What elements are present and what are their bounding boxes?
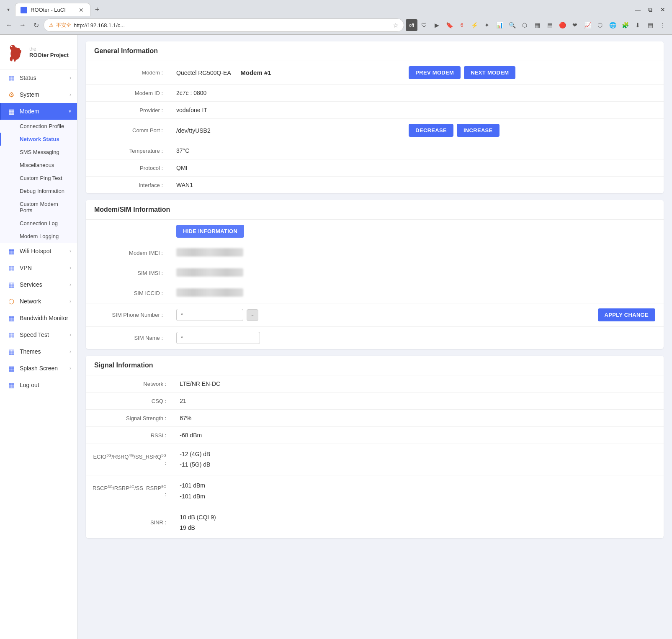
- modem-id-value: 2c7c : 0800: [170, 85, 664, 102]
- subnav-item-custom-modem-ports[interactable]: Custom Modem Ports: [0, 198, 77, 217]
- svg-point-1: [10, 45, 15, 50]
- ecio-row: ECIO3G/RSRQ4G/SS_RSRQ5G : -12 (4G) dB -1…: [86, 444, 664, 475]
- sim-imsi-blurred: [176, 268, 243, 277]
- app-container: the ROOter Project ▦ Status › ⚙ System ›…: [0, 35, 672, 639]
- tab-close-button[interactable]: ✕: [77, 6, 85, 14]
- ext9-btn[interactable]: ❤: [569, 19, 581, 31]
- close-button[interactable]: ✕: [657, 4, 669, 15]
- rssi-row: RSSI : -68 dBm: [86, 427, 664, 444]
- sidebar-item-bandwidth-monitor[interactable]: ▦ Bandwidth Monitor: [0, 310, 77, 326]
- window-controls: — ⧉ ✕: [632, 4, 669, 15]
- themes-icon: ▦: [7, 347, 15, 356]
- menu-btn[interactable]: ⋮: [657, 19, 669, 31]
- sidebar-nav: ▦ Status › ⚙ System › ▦ Modem ▾ Connecti…: [0, 69, 77, 639]
- download-btn[interactable]: ⬇: [632, 19, 644, 31]
- decrease-button[interactable]: DECREASE: [409, 124, 453, 137]
- sidebar-item-themes[interactable]: ▦ Themes ›: [0, 343, 77, 360]
- next-modem-button[interactable]: NEXT MODEM: [464, 66, 515, 79]
- sidebar-item-modem[interactable]: ▦ Modem ▾: [0, 103, 77, 120]
- forward-button[interactable]: →: [17, 19, 28, 31]
- rssi-label: RSSI :: [86, 427, 173, 444]
- back-button[interactable]: ←: [3, 19, 15, 31]
- csq-value: 21: [173, 393, 664, 410]
- sidebar-item-network[interactable]: ⬡ Network ›: [0, 293, 77, 310]
- subnav-item-sms-messaging[interactable]: SMS Messaging: [0, 146, 77, 159]
- sidebar-item-speed-test[interactable]: ▦ Speed Test ›: [0, 326, 77, 343]
- speed-test-icon: ▦: [7, 331, 15, 339]
- sidebar-item-wifi-hotspot[interactable]: ▦ Wifi Hotspot ›: [0, 243, 77, 259]
- sim-iccid-blurred: [176, 288, 243, 297]
- sim-phone-input[interactable]: [176, 309, 243, 321]
- logo-icon: [5, 41, 26, 62]
- sim-imsi-value: [170, 263, 664, 283]
- sidebar-item-logout[interactable]: ▦ Log out: [0, 377, 77, 393]
- ext1-btn[interactable]: 6: [456, 19, 468, 31]
- ext6-btn[interactable]: ▦: [531, 19, 543, 31]
- general-info-table: Modem : Quectel RG500Q-EA Modem #1 PREV …: [86, 61, 664, 193]
- shield-icon-btn[interactable]: 🛡: [418, 19, 430, 31]
- themes-arrow-icon: ›: [70, 349, 71, 354]
- sidebar-item-status[interactable]: ▦ Status ›: [0, 69, 77, 86]
- ext4-btn[interactable]: 📊: [494, 19, 505, 31]
- bandwidth-monitor-icon: ▦: [7, 314, 15, 322]
- ext10-btn[interactable]: 📈: [582, 19, 593, 31]
- rssi-value: -68 dBm: [173, 427, 664, 444]
- sinr-value: 10 dB (CQI 9) 19 dB: [173, 507, 664, 538]
- ext8-btn[interactable]: 🔴: [556, 19, 568, 31]
- extensions-icon-btn[interactable]: 🧩: [619, 19, 631, 31]
- network-label: Network :: [86, 375, 173, 393]
- play-icon-btn[interactable]: ▶: [431, 19, 443, 31]
- sim-phone-dots-button[interactable]: ···: [247, 309, 258, 321]
- prev-modem-button[interactable]: PREV MODEM: [409, 66, 461, 79]
- subnav-item-network-status[interactable]: Network Status: [0, 133, 77, 146]
- apply-change-button[interactable]: APPLY CHANGE: [598, 308, 655, 321]
- signal-information-card: Signal Information Network : LTE/NR EN-D…: [86, 356, 664, 538]
- sidebar-item-vpn[interactable]: ▦ VPN ›: [0, 259, 77, 276]
- modem-arrow-icon: ▾: [69, 108, 71, 114]
- hide-information-button[interactable]: HIDE INFORMATION: [176, 225, 244, 238]
- ext2-btn[interactable]: ⚡: [469, 19, 480, 31]
- splash-screen-icon: ▦: [7, 364, 15, 372]
- temperature-label: Temperature :: [86, 142, 170, 159]
- ext12-btn[interactable]: 🌐: [607, 19, 618, 31]
- sim-imsi-label: SIM IMSI :: [86, 263, 170, 283]
- subnav-item-connection-log[interactable]: Connection Log: [0, 217, 77, 230]
- minimize-button[interactable]: —: [632, 4, 644, 15]
- provider-label: Provider :: [86, 102, 170, 119]
- sidebar-item-system[interactable]: ⚙ System ›: [0, 86, 77, 103]
- modem-imei-label: Modem IMEI :: [86, 243, 170, 263]
- subnav-item-miscellaneous[interactable]: Miscellaneous: [0, 159, 77, 172]
- address-bar: ← → ↻ ⚠ 不安全 http://192.168.1.1/c... ☆ of…: [0, 17, 672, 34]
- sim-name-input[interactable]: [176, 332, 260, 344]
- ecio-label: ECIO3G/RSRQ4G/SS_RSRQ5G :: [86, 444, 173, 475]
- browser-tab-active[interactable]: ROOter - LuCI ✕: [15, 3, 90, 16]
- sim-phone-label: SIM Phone Number :: [86, 303, 170, 327]
- tab-list-button[interactable]: ▾: [3, 5, 13, 15]
- ext3-btn[interactable]: ✦: [481, 19, 493, 31]
- address-bar-input-wrap[interactable]: ⚠ 不安全 http://192.168.1.1/c... ☆: [44, 18, 404, 32]
- zoom-btn[interactable]: 🔍: [506, 19, 518, 31]
- reload-button[interactable]: ↻: [30, 19, 42, 31]
- bookmark-manager-btn[interactable]: 🔖: [443, 19, 455, 31]
- services-icon: ▦: [7, 280, 15, 289]
- subnav-item-debug-information[interactable]: Debug Information: [0, 185, 77, 198]
- modem-row: Modem : Quectel RG500Q-EA Modem #1 PREV …: [86, 61, 664, 85]
- subnav-item-modem-logging[interactable]: Modem Logging: [0, 230, 77, 243]
- new-tab-button[interactable]: +: [91, 4, 103, 15]
- ext5-btn[interactable]: ⬡: [519, 19, 530, 31]
- ext11-btn[interactable]: ⬡: [594, 19, 606, 31]
- sidebar-item-splash-screen[interactable]: ▦ Splash Screen ›: [0, 360, 77, 377]
- ext7-btn[interactable]: ▤: [544, 19, 556, 31]
- extensions-button[interactable]: off: [406, 19, 417, 31]
- bookmark-button[interactable]: ☆: [393, 21, 399, 29]
- subnav-item-connection-profile[interactable]: Connection Profile: [0, 120, 77, 133]
- svg-point-6: [11, 46, 12, 47]
- status-arrow-icon: ›: [70, 75, 71, 81]
- provider-row: Provider : vodafone IT: [86, 102, 664, 119]
- subnav-item-custom-ping-test[interactable]: Custom Ping Test: [0, 172, 77, 185]
- sidebar-btn[interactable]: ▤: [644, 19, 656, 31]
- wifi-hotspot-icon: ▦: [7, 247, 15, 255]
- restore-button[interactable]: ⧉: [644, 4, 656, 15]
- increase-button[interactable]: INCREASE: [457, 124, 499, 137]
- sidebar-item-services[interactable]: ▦ Services ›: [0, 276, 77, 293]
